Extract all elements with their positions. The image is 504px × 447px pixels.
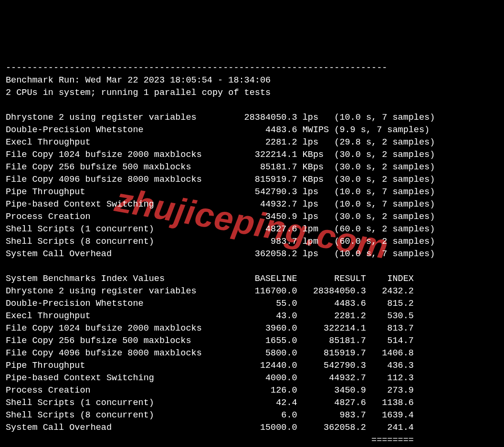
terminal-output: ----------------------------------------… xyxy=(0,62,504,447)
